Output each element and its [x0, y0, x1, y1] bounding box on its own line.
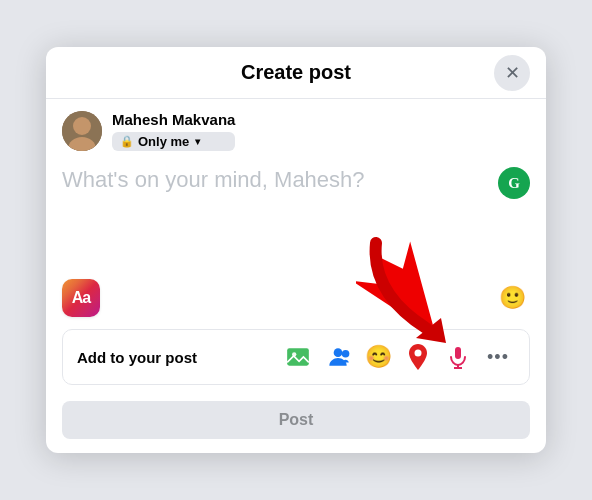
lock-icon: 🔒	[120, 135, 134, 148]
user-section: Mahesh Makvana 🔒 Only me ▾	[46, 99, 546, 155]
svg-point-7	[415, 350, 422, 357]
post-button[interactable]: Post	[62, 401, 530, 439]
add-to-post-label: Add to your post	[77, 349, 197, 366]
grammarly-icon: G	[508, 175, 520, 192]
privacy-label: Only me	[138, 134, 189, 149]
live-video-button[interactable]	[441, 340, 475, 374]
tag-icon	[325, 344, 351, 370]
location-icon	[407, 344, 429, 370]
chevron-down-icon: ▾	[195, 136, 200, 147]
close-icon: ✕	[505, 62, 520, 84]
post-icons: 😊 •••	[281, 340, 515, 374]
ellipsis-icon: •••	[487, 347, 509, 368]
svg-rect-3	[287, 348, 309, 365]
more-button[interactable]: •••	[481, 340, 515, 374]
grammarly-button[interactable]: G	[498, 167, 530, 199]
svg-point-1	[73, 117, 91, 135]
text-format-icon: Aa	[72, 289, 90, 307]
svg-point-6	[342, 350, 350, 358]
mic-icon	[447, 345, 469, 369]
user-info: Mahesh Makvana 🔒 Only me ▾	[112, 111, 235, 151]
feeling-button[interactable]: 😊	[361, 340, 395, 374]
modal-header: Create post ✕	[46, 47, 546, 99]
checkin-button[interactable]	[401, 340, 435, 374]
avatar-image	[62, 111, 102, 151]
privacy-button[interactable]: 🔒 Only me ▾	[112, 132, 235, 151]
smiley-icon: 🙂	[499, 285, 526, 311]
text-format-button[interactable]: Aa	[62, 279, 100, 317]
svg-point-5	[334, 348, 343, 357]
user-name: Mahesh Makvana	[112, 111, 235, 128]
post-input-area[interactable]: What's on your mind, Mahesh? G	[46, 155, 546, 275]
svg-rect-8	[455, 347, 461, 359]
toolbar-section: Aa 🙂	[46, 275, 546, 325]
post-placeholder[interactable]: What's on your mind, Mahesh?	[62, 167, 530, 193]
avatar	[62, 111, 102, 151]
close-button[interactable]: ✕	[494, 55, 530, 91]
modal-title: Create post	[241, 61, 351, 84]
photo-video-button[interactable]	[281, 340, 315, 374]
post-button-section: Post	[46, 393, 546, 453]
create-post-modal: Create post ✕ Mahesh Makvana 🔒 Only me ▾…	[46, 47, 546, 453]
add-to-post-bar: Add to your post �	[62, 329, 530, 385]
tag-people-button[interactable]	[321, 340, 355, 374]
emoji-picker-button[interactable]: 🙂	[494, 280, 530, 316]
smiley-face-icon: 😊	[365, 344, 392, 370]
photo-icon	[285, 344, 311, 370]
